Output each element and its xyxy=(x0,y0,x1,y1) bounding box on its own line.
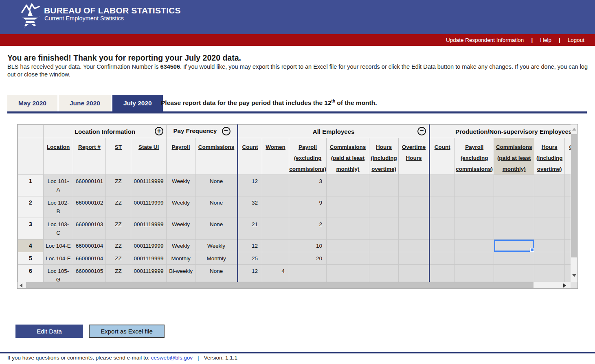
cell[interactable]: 20 xyxy=(289,252,327,265)
cell[interactable] xyxy=(534,265,565,283)
logout-link[interactable]: Logout xyxy=(568,37,584,43)
cell[interactable]: None xyxy=(195,218,238,240)
vertical-scrollbar[interactable] xyxy=(571,124,577,283)
cell[interactable]: Weekly xyxy=(167,218,195,240)
help-link[interactable]: Help xyxy=(540,37,551,43)
cell[interactable]: Weekly xyxy=(167,240,195,252)
cell[interactable]: 2 xyxy=(289,218,327,240)
cell[interactable]: Loc 103- C xyxy=(44,218,73,240)
cell[interactable]: 0001119999 xyxy=(131,265,167,283)
col-header-ae-hours[interactable]: Hours (including overtime) xyxy=(369,138,399,175)
row-number[interactable]: 2 xyxy=(18,196,44,218)
cell[interactable] xyxy=(262,240,289,252)
col-header-commissions-frequency[interactable]: Commissions xyxy=(195,138,238,175)
cell[interactable]: 21 xyxy=(238,218,262,240)
col-header-state-ui[interactable]: State UI xyxy=(131,138,167,175)
cell[interactable] xyxy=(399,196,430,218)
row-number[interactable]: 4 xyxy=(18,240,44,252)
expand-icon[interactable]: + xyxy=(155,127,163,135)
collapse-icon[interactable]: − xyxy=(222,127,231,135)
horizontal-scrollbar[interactable] xyxy=(18,282,571,288)
col-header-ae-women[interactable]: Women xyxy=(262,138,289,175)
cell[interactable]: Weekly xyxy=(167,196,195,218)
cell[interactable] xyxy=(430,240,455,252)
cell[interactable]: None xyxy=(195,175,238,196)
cell[interactable] xyxy=(289,265,327,283)
cell[interactable] xyxy=(534,240,565,252)
cell[interactable] xyxy=(534,218,565,240)
cell[interactable]: Loc 102- B xyxy=(44,196,73,218)
col-header-location[interactable]: Location xyxy=(44,138,73,175)
cell[interactable] xyxy=(369,175,399,196)
col-header-st[interactable]: ST xyxy=(106,138,131,175)
cell[interactable]: None xyxy=(195,196,238,218)
cell[interactable] xyxy=(455,196,494,218)
col-header-prod-count[interactable]: Count xyxy=(430,138,455,175)
scroll-left-arrow-icon[interactable] xyxy=(20,283,22,288)
row-number[interactable]: 5 xyxy=(18,252,44,265)
vertical-scroll-thumb[interactable] xyxy=(571,134,577,257)
cell[interactable]: 660000104 xyxy=(73,252,106,265)
cell[interactable]: 660000101 xyxy=(73,175,106,196)
cell[interactable]: 0001119999 xyxy=(131,252,167,265)
cell[interactable]: ZZ xyxy=(106,196,131,218)
export-excel-button[interactable]: Export as Excel file xyxy=(89,325,165,338)
edit-data-button[interactable]: Edit Data xyxy=(15,325,83,338)
cell[interactable] xyxy=(494,218,534,240)
cell[interactable]: 32 xyxy=(238,196,262,218)
col-header-ae-overtime-hours[interactable]: Overtime Hours xyxy=(399,138,430,175)
cell[interactable] xyxy=(369,265,399,283)
cell[interactable] xyxy=(565,265,571,283)
cell[interactable]: Weekly xyxy=(167,175,195,196)
cell[interactable]: 9 xyxy=(289,196,327,218)
cell[interactable]: ZZ xyxy=(106,175,131,196)
cell[interactable]: 0001119999 xyxy=(131,240,167,252)
col-header-prod-overtime-hours[interactable]: Overtime Hours xyxy=(565,138,571,175)
cell[interactable] xyxy=(565,218,571,240)
cell[interactable] xyxy=(430,175,455,196)
cell[interactable] xyxy=(494,252,534,265)
cell[interactable]: Loc 101- A xyxy=(44,175,73,196)
cell[interactable] xyxy=(565,252,571,265)
col-header-prod-hours[interactable]: Hours (including overtime) xyxy=(534,138,565,175)
cell[interactable] xyxy=(430,196,455,218)
scroll-down-arrow-icon[interactable] xyxy=(572,274,576,277)
cell[interactable] xyxy=(494,240,534,252)
update-respondent-link[interactable]: Update Respondent Information xyxy=(446,37,524,43)
cell[interactable]: Loc 105- G xyxy=(44,265,73,283)
cell[interactable]: 25 xyxy=(238,252,262,265)
cell[interactable]: 0001119999 xyxy=(131,175,167,196)
cell[interactable]: 10 xyxy=(289,240,327,252)
row-number[interactable]: 6 xyxy=(18,265,44,283)
cell[interactable] xyxy=(565,240,571,252)
cell[interactable] xyxy=(534,252,565,265)
cell[interactable] xyxy=(534,196,565,218)
cell[interactable]: Monthly xyxy=(195,252,238,265)
cell[interactable]: 12 xyxy=(238,240,262,252)
cell[interactable]: Monthly xyxy=(167,252,195,265)
cell[interactable] xyxy=(369,240,399,252)
cell[interactable] xyxy=(327,265,369,283)
cell[interactable] xyxy=(399,175,430,196)
tab-july-2020[interactable]: July 2020 xyxy=(112,95,163,111)
cell[interactable] xyxy=(369,218,399,240)
cell[interactable] xyxy=(327,240,369,252)
col-header-ae-commissions[interactable]: Commissions (paid at least monthly) xyxy=(327,138,369,175)
cell[interactable]: Loc 104-E xyxy=(44,252,73,265)
col-header-payroll-frequency[interactable]: Payroll xyxy=(167,138,195,175)
cell[interactable]: None xyxy=(195,265,238,283)
cell[interactable]: ZZ xyxy=(106,265,131,283)
scroll-up-arrow-icon[interactable] xyxy=(572,128,576,131)
cell[interactable]: Loc 104-E xyxy=(44,240,73,252)
col-header-ae-payroll[interactable]: Payroll (excluding commissions) xyxy=(289,138,327,175)
cell[interactable] xyxy=(369,196,399,218)
cell[interactable]: 12 xyxy=(238,265,262,283)
cell[interactable]: 12 xyxy=(238,175,262,196)
cell[interactable] xyxy=(262,218,289,240)
row-number[interactable]: 3 xyxy=(18,218,44,240)
cell[interactable] xyxy=(534,175,565,196)
contact-email-link[interactable]: cesweb@bls.gov xyxy=(151,355,193,361)
cell[interactable] xyxy=(369,252,399,265)
cell[interactable]: 3 xyxy=(289,175,327,196)
cell[interactable]: Weekly xyxy=(195,240,238,252)
